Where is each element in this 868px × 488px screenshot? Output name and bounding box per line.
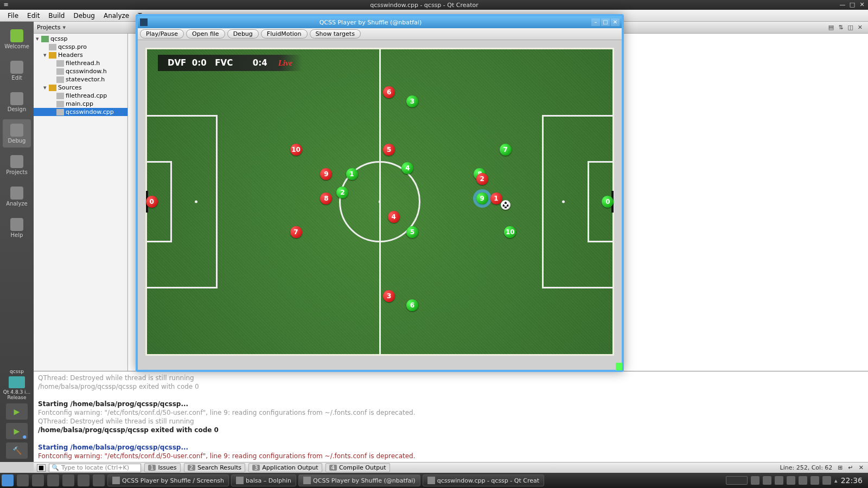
minimize-icon[interactable]: —	[839, 1, 846, 9]
tree-item[interactable]: filethread.cpp	[34, 92, 127, 100]
player-red-0[interactable]: 0	[146, 196, 158, 208]
ball[interactable]	[501, 200, 510, 210]
qcss-maximize-icon[interactable]: □	[601, 18, 610, 26]
maximize-icon[interactable]: □	[848, 1, 856, 9]
menu-analyze[interactable]: Analyze	[99, 11, 133, 21]
tree-item[interactable]: ▾qcssp	[34, 35, 127, 43]
tree-item[interactable]: statevector.h	[34, 75, 127, 84]
player-red-2[interactable]: 2	[476, 173, 488, 185]
activities-icon[interactable]	[17, 474, 29, 486]
resize-grip[interactable]	[616, 363, 622, 370]
browser-launcher-icon[interactable]	[78, 474, 90, 486]
tray-expand-icon[interactable]: ▴	[834, 477, 838, 484]
output-tab-search-results[interactable]: 2Search Results	[184, 463, 245, 472]
qcss-play-pause-button[interactable]: Play/Pause	[140, 29, 184, 38]
taskbar-task[interactable]: balsa – Dolphin	[231, 474, 296, 486]
qcss-fluidmotion-button[interactable]: FluidMotion	[261, 29, 308, 38]
qcss-show-targets-button[interactable]: Show targets	[310, 29, 361, 38]
player-green-10[interactable]: 10	[504, 226, 516, 238]
tree-item[interactable]: qcsswindow.cpp	[34, 108, 127, 116]
player-red-8[interactable]: 8	[320, 192, 332, 204]
tree-item[interactable]: filethread.h	[34, 59, 127, 67]
mode-label: Edit	[11, 75, 22, 81]
tree-item[interactable]: ▾Headers	[34, 51, 127, 59]
updates-tray-icon[interactable]	[799, 476, 807, 485]
mode-debug[interactable]: Debug	[3, 119, 31, 147]
run-button[interactable]: ▶	[6, 403, 28, 420]
calc-launcher-icon[interactable]	[93, 474, 105, 486]
player-red-5[interactable]: 5	[383, 144, 395, 156]
mode-help[interactable]: Help	[3, 214, 31, 242]
application-output-pane[interactable]: ✕ ˇ ˆ QThread: Destroyed while thread is…	[34, 371, 868, 462]
qcss-close-icon[interactable]: ✕	[611, 18, 620, 26]
output-tab-issues[interactable]: 1Issues	[144, 463, 181, 472]
player-green-7[interactable]: 7	[500, 144, 512, 156]
close-icon[interactable]: ✕	[858, 1, 866, 9]
tree-item[interactable]: qcssp.pro	[34, 43, 127, 51]
dropdown-icon[interactable]: ▾	[62, 24, 66, 31]
clipboard-tray-icon[interactable]	[787, 476, 795, 485]
app-menu-icon[interactable]: ≡	[2, 1, 10, 9]
mode-welcome[interactable]: Welcome	[3, 25, 31, 53]
keyboard-tray-icon[interactable]	[763, 476, 771, 485]
line-ending-icon[interactable]: ↵	[848, 464, 853, 471]
player-green-4[interactable]: 4	[401, 162, 413, 174]
kickoff-icon[interactable]	[2, 474, 14, 486]
tree-arrow-icon: ▾	[43, 52, 49, 59]
player-green-6[interactable]: 6	[406, 299, 418, 311]
player-green-9[interactable]: 9	[476, 192, 488, 204]
player-red-7[interactable]: 7	[290, 226, 302, 238]
stop-button[interactable]: ■	[37, 464, 46, 472]
qcss-debug-button[interactable]: Debug	[227, 29, 259, 38]
tree-item[interactable]: ▾Sources	[34, 84, 127, 92]
split-icon[interactable]: ◫	[845, 24, 855, 31]
menu-edit[interactable]: Edit	[23, 11, 44, 21]
close-pane-icon[interactable]: ✕	[856, 24, 865, 31]
sync-icon[interactable]: ⇅	[836, 24, 845, 31]
menu-build[interactable]: Build	[44, 11, 69, 21]
output-tab-application-output[interactable]: 3Application Output	[248, 463, 322, 472]
battery-tray-icon[interactable]	[822, 476, 831, 485]
player-red-3[interactable]: 3	[383, 290, 395, 302]
kit-selector[interactable]: qcssp Qt 4.8.3 i... Release	[3, 369, 30, 400]
player-green-0[interactable]: 0	[602, 196, 614, 208]
tree-item[interactable]: qcsswindow.h	[34, 67, 127, 75]
info-tray-icon[interactable]	[751, 476, 760, 485]
debug-run-button[interactable]: ▶●	[6, 423, 28, 439]
player-green-3[interactable]: 3	[406, 95, 418, 107]
player-green-1[interactable]: 1	[346, 168, 358, 180]
taskbar-task[interactable]: qcsswindow.cpp - qcssp - Qt Creat	[423, 474, 544, 486]
player-red-9[interactable]: 9	[320, 168, 332, 180]
close-editor-icon[interactable]: ✕	[859, 464, 864, 471]
player-green-5[interactable]: 5	[406, 226, 418, 238]
menu-file[interactable]: File	[3, 11, 23, 21]
build-button[interactable]: 🔨	[6, 442, 28, 459]
player-red-10[interactable]: 10	[290, 144, 302, 156]
tree-item[interactable]: main.cpp	[34, 100, 127, 108]
taskbar-task[interactable]: QCSS Player by Shuffle (@nbatfai)	[298, 474, 420, 486]
filter-icon[interactable]: ▤	[826, 24, 836, 31]
qcss-minimize-icon[interactable]: –	[591, 18, 600, 26]
mode-projects[interactable]: Projects	[3, 151, 31, 179]
encoding-icon[interactable]: ⊞	[838, 464, 843, 471]
mode-edit[interactable]: Edit	[3, 56, 31, 85]
volume-tray-icon[interactable]	[810, 476, 819, 485]
network-tray-icon[interactable]	[775, 476, 783, 485]
qcss-open-file-button[interactable]: Open file	[186, 29, 225, 38]
pager-icon[interactable]	[726, 476, 748, 485]
terminal-launcher-icon[interactable]	[47, 474, 59, 486]
soccer-field[interactable]: DVF 0:0 FVC 0:4 Live 0123456789100109876…	[145, 48, 614, 356]
output-tab-compile-output[interactable]: 4Compile Output	[326, 463, 390, 472]
texteditor-launcher-icon[interactable]	[62, 474, 74, 486]
clock[interactable]: 22:36	[841, 476, 863, 485]
player-red-6[interactable]: 6	[383, 86, 395, 98]
mode-analyze[interactable]: Analyze	[3, 182, 31, 210]
menu-debug[interactable]: Debug	[69, 11, 99, 21]
qcss-titlebar[interactable]: QCSS Player by Shuffle (@nbatfai) – □ ✕	[138, 16, 622, 28]
player-green-2[interactable]: 2	[336, 187, 348, 198]
taskbar-task[interactable]: QCSS Player by Shuffle / Screensh	[107, 474, 229, 486]
dolphin-launcher-icon[interactable]	[32, 474, 44, 486]
player-red-4[interactable]: 4	[388, 211, 400, 223]
locator-input[interactable]: 🔍 Type to locate (Ctrl+K)	[49, 464, 141, 472]
mode-design[interactable]: Design	[3, 88, 31, 116]
